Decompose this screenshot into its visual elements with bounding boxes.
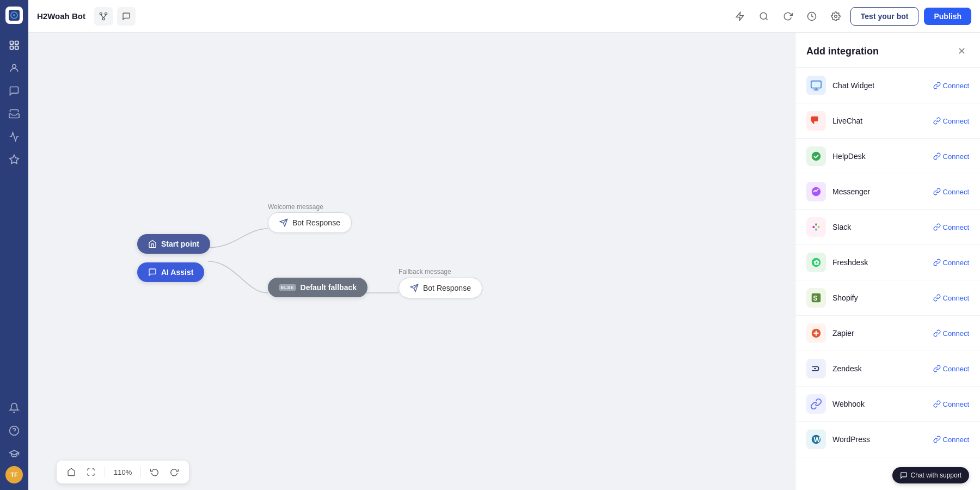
integration-left: Zendesk [806, 359, 862, 378]
integration-item-helpdesk[interactable]: HelpDesk Connect [795, 139, 980, 174]
integration-item-wordpress[interactable]: W WordPress Connect [795, 422, 980, 457]
sidebar-item-help[interactable] [4, 420, 24, 441]
zendesk-name: Zendesk [832, 364, 862, 373]
integration-item-webhook[interactable]: Webhook Connect [795, 387, 980, 422]
webhook-name: Webhook [832, 400, 865, 408]
svg-point-7 [13, 64, 16, 68]
svg-text:W: W [813, 436, 820, 444]
integration-left: W WordPress [806, 430, 870, 449]
sidebar-item-analytics[interactable] [4, 126, 24, 147]
refresh-icon[interactable] [779, 7, 797, 26]
livechat-connect-button[interactable]: Connect [933, 117, 969, 125]
sidebar-item-integrations[interactable] [4, 149, 24, 170]
welcome-label: Welcome message [268, 203, 323, 211]
livechat-name: LiveChat [832, 117, 862, 125]
start-point-node[interactable]: Start point [137, 234, 210, 254]
integration-item-shopify[interactable]: S Shopify Connect [795, 280, 980, 316]
right-panel: Add integration ✕ Chat Widget Connect [795, 33, 980, 490]
svg-rect-25 [811, 117, 818, 121]
wordpress-connect-button[interactable]: Connect [933, 436, 969, 444]
integration-left: Zapier [806, 323, 854, 343]
toolbar-divider-2 [140, 467, 141, 477]
node-view-button[interactable] [94, 7, 113, 26]
bot-response-top-label: Bot Response [292, 218, 340, 227]
zapier-connect-button[interactable]: Connect [933, 329, 969, 338]
sidebar-bottom: TF [4, 397, 24, 483]
sidebar-item-chat[interactable] [4, 81, 24, 101]
shopify-connect-button[interactable]: Connect [933, 294, 969, 302]
sidebar-item-dashboard[interactable] [4, 35, 24, 56]
freshdesk-icon: ✿ [806, 253, 826, 272]
home-view-button[interactable] [63, 464, 79, 480]
bot-response-top-node[interactable]: Bot Response [268, 212, 352, 233]
panel-close-button[interactable]: ✕ [954, 44, 969, 59]
integration-item-livechat[interactable]: LiveChat Connect [795, 103, 980, 139]
integration-item-chatwidget[interactable]: Chat Widget Connect [795, 68, 980, 103]
history-icon[interactable] [803, 7, 821, 26]
helpdesk-name: HelpDesk [832, 152, 866, 161]
bot-response-bottom-node[interactable]: Bot Response [399, 278, 482, 298]
svg-rect-32 [815, 229, 817, 231]
svg-rect-4 [15, 41, 19, 45]
fit-view-button[interactable] [83, 464, 99, 480]
chat-support-label: Chat with support [911, 471, 961, 479]
messenger-connect-button[interactable]: Connect [933, 188, 969, 196]
publish-button[interactable]: Publish [924, 8, 971, 25]
svg-rect-3 [10, 41, 14, 45]
undo-button[interactable] [146, 464, 163, 480]
svg-point-2 [13, 14, 15, 16]
else-badge: ELSE [279, 284, 296, 291]
integration-left: HelpDesk [806, 146, 866, 166]
integration-item-zendesk[interactable]: Zendesk Connect [795, 351, 980, 387]
integration-item-slack[interactable]: Slack Connect [795, 210, 980, 245]
shopify-name: Shopify [832, 293, 858, 302]
sidebar-item-users[interactable] [4, 58, 24, 78]
bot-response-bottom-label: Bot Response [423, 284, 471, 292]
zendesk-icon [806, 359, 826, 378]
svg-point-12 [102, 17, 105, 20]
app-logo [5, 7, 23, 24]
chat-view-button[interactable] [117, 7, 136, 26]
bottom-toolbar: 110% [57, 461, 189, 483]
svg-marker-26 [811, 121, 814, 125]
svg-line-17 [765, 18, 767, 20]
helpdesk-connect-button[interactable]: Connect [933, 152, 969, 161]
integration-item-freshdesk[interactable]: ✿ Freshdesk Connect [795, 245, 980, 280]
sidebar-item-bell[interactable] [4, 397, 24, 418]
chatwidget-name: Chat Widget [832, 81, 874, 90]
chat-support-bubble[interactable]: Chat with support [892, 467, 969, 483]
sidebar-item-learn[interactable] [4, 443, 24, 464]
topbar-right: Test your bot Publish [731, 7, 971, 26]
chatwidget-connect-button[interactable]: Connect [933, 82, 969, 90]
slack-connect-button[interactable]: Connect [933, 223, 969, 231]
chatwidget-icon [806, 76, 826, 95]
zoom-level: 110% [111, 468, 135, 476]
lightning-icon[interactable] [731, 7, 749, 26]
zendesk-connect-button[interactable]: Connect [933, 365, 969, 373]
wordpress-name: WordPress [832, 435, 870, 444]
integration-item-messenger[interactable]: Messenger Connect [795, 174, 980, 210]
panel-header: Add integration ✕ [795, 33, 980, 68]
webhook-connect-button[interactable]: Connect [933, 400, 969, 408]
messenger-icon [806, 182, 826, 201]
svg-line-14 [103, 15, 106, 17]
default-fallback-node[interactable]: ELSE Default fallback [268, 278, 367, 297]
settings-icon[interactable] [826, 7, 845, 26]
sidebar-item-inbox[interactable] [4, 103, 24, 124]
zapier-icon [806, 323, 826, 343]
svg-point-16 [760, 13, 767, 19]
zapier-name: Zapier [832, 329, 854, 338]
integration-item-zapier[interactable]: Zapier Connect [795, 316, 980, 351]
livechat-icon [806, 111, 826, 131]
redo-button[interactable] [166, 464, 182, 480]
freshdesk-connect-button[interactable]: Connect [933, 259, 969, 267]
slack-icon [806, 217, 826, 237]
search-icon[interactable] [755, 7, 773, 26]
svg-rect-30 [815, 224, 817, 226]
test-bot-button[interactable]: Test your bot [850, 7, 919, 26]
ai-assist-label: AI Assist [161, 268, 193, 277]
user-avatar[interactable]: TF [5, 466, 23, 483]
toolbar-divider [105, 467, 105, 477]
ai-assist-node[interactable]: AI Assist [137, 262, 204, 282]
webhook-icon [806, 394, 826, 414]
